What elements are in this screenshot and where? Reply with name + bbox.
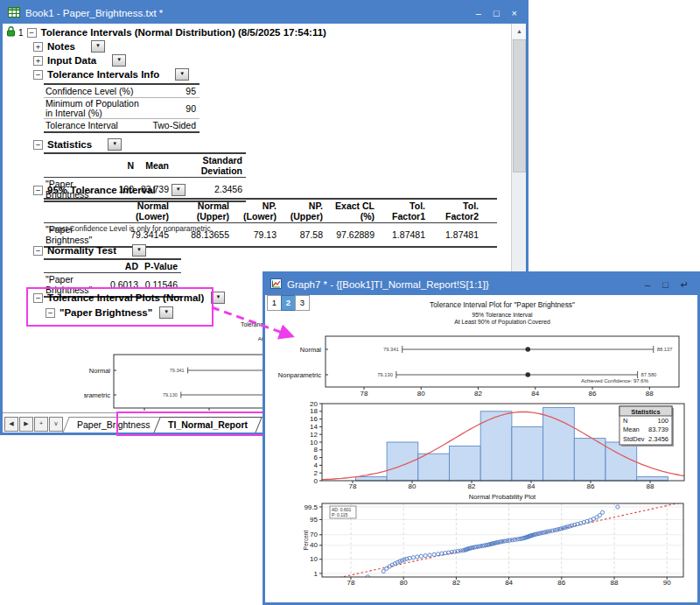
svg-text:87.580: 87.580 <box>641 372 657 377</box>
svg-text:82: 82 <box>452 579 460 587</box>
svg-text:99.5: 99.5 <box>304 503 318 511</box>
ti-header: Exact CL (%) <box>326 199 378 223</box>
info-row-name: Tolerance Interval <box>44 119 147 133</box>
report-index: 1 <box>18 28 24 38</box>
page-tab-1[interactable]: 1 <box>267 295 282 311</box>
scrollbar-thumb[interactable] <box>513 39 526 172</box>
normality-test-label: Normality Test <box>47 245 116 256</box>
notes-dropdown-icon[interactable]: ▼ <box>91 40 105 53</box>
svg-text:40: 40 <box>310 541 318 549</box>
svg-text:12: 12 <box>310 431 318 439</box>
svg-text:Normal: Normal <box>300 346 322 354</box>
tab-scroll-right-icon[interactable]: ▶ <box>19 417 33 432</box>
svg-text:Nonparametric: Nonparametric <box>278 371 321 379</box>
restore-icon[interactable]: ↵ <box>681 280 689 290</box>
svg-text:Statistics: Statistics <box>631 408 660 416</box>
minimize-icon[interactable]: – <box>645 280 650 290</box>
graph7-window-title: Graph7 * - {[Book1]TI_Normal_Report!S[1:… <box>287 279 645 290</box>
tab-list-icon[interactable]: v <box>49 417 63 432</box>
collapse-icon[interactable]: − <box>33 246 43 256</box>
svg-text:Mean: Mean <box>623 426 640 433</box>
svg-text:86: 86 <box>589 390 597 397</box>
svg-text:86: 86 <box>587 482 595 490</box>
svg-text:10: 10 <box>310 439 318 447</box>
ti-header: Tol. Factor1 <box>378 199 429 223</box>
svg-text:88: 88 <box>611 579 619 587</box>
ti-value: 87.58 <box>280 223 326 248</box>
graph-icon <box>270 277 282 292</box>
svg-text:1: 1 <box>314 570 318 578</box>
collapse-icon[interactable]: − <box>33 70 43 80</box>
ti-value: 79.13 <box>233 223 280 248</box>
input-data-label: Input Data <box>47 55 96 66</box>
svg-text:79.341: 79.341 <box>170 368 185 373</box>
statistics-dropdown-icon[interactable]: ▼ <box>108 138 122 151</box>
ti-header: Normal (Lower) <box>105 199 172 223</box>
svg-text:84: 84 <box>505 579 513 587</box>
svg-text:80: 80 <box>409 482 416 490</box>
svg-text:80: 80 <box>400 579 408 587</box>
svg-text:0: 0 <box>314 477 318 485</box>
svg-text:78: 78 <box>360 390 368 397</box>
tolerance-interval-label: 95% Tolerance Interval <box>47 185 156 195</box>
ti-header: NP. (Upper) <box>280 199 326 223</box>
svg-text:Normal: Normal <box>89 367 111 375</box>
minimize-icon[interactable]: – <box>476 9 481 18</box>
graph7-page-tabs: 1 2 3 <box>267 295 309 311</box>
svg-text:79.130: 79.130 <box>377 372 393 377</box>
close-icon[interactable]: × <box>512 9 517 18</box>
ti-info-dropdown-icon[interactable]: ▼ <box>175 68 189 81</box>
stats-header: Standard Deviation <box>172 153 246 178</box>
book1-titlebar[interactable]: Book1 - Paper_Brightness.txt * – □ × <box>3 3 526 24</box>
book1-window-title: Book1 - Paper_Brightness.txt * <box>25 8 476 18</box>
svg-text:79.341: 79.341 <box>383 347 399 352</box>
maximize-icon[interactable]: □ <box>662 280 668 290</box>
expand-icon[interactable]: + <box>33 56 43 66</box>
info-row-value: 90 <box>147 98 200 119</box>
normality-dropdown-icon[interactable]: ▼ <box>132 244 146 257</box>
stats-header: Mean <box>137 153 172 178</box>
svg-text:Nonparametric: Nonparametric <box>84 391 110 399</box>
report-root-row: 1 − Tolerance Intervals (Normal Distribu… <box>6 26 326 39</box>
collapse-icon[interactable]: − <box>33 186 43 195</box>
tab-add-icon[interactable]: + <box>34 417 48 432</box>
section-statistics: − Statistics ▼ <box>33 138 122 151</box>
svg-text:86: 86 <box>557 579 565 587</box>
page-tab-3[interactable]: 3 <box>295 295 310 311</box>
ti-header: Normal (Upper) <box>172 199 233 223</box>
normality-header: AD <box>105 259 142 273</box>
svg-text:2: 2 <box>314 469 318 477</box>
svg-text:Percent: Percent <box>303 531 309 551</box>
svg-text:10: 10 <box>310 555 318 563</box>
svg-text:4: 4 <box>314 461 318 469</box>
input-data-dropdown-icon[interactable]: ▼ <box>112 54 126 67</box>
svg-text:8: 8 <box>314 446 318 454</box>
page-tab-2[interactable]: 2 <box>281 295 296 311</box>
svg-text:20: 20 <box>310 400 318 408</box>
notes-label: Notes <box>47 41 75 52</box>
graph7-titlebar[interactable]: Graph7 * - {[Book1]TI_Normal_Report!S[1:… <box>265 274 697 295</box>
svg-text:95% Tolerance Interval: 95% Tolerance Interval <box>472 312 533 318</box>
svg-text:79.130: 79.130 <box>163 392 178 397</box>
ti-header: NP. (Lower) <box>233 199 280 223</box>
ti-info-table: Confidence Level (%)95 Minimum of Popula… <box>44 83 200 133</box>
collapse-icon[interactable]: − <box>33 140 43 150</box>
svg-text:N: N <box>623 417 627 425</box>
svg-text:80: 80 <box>417 390 425 397</box>
section-tolerance-interval: − 95% Tolerance Interval ▼ <box>33 184 186 196</box>
collapse-icon[interactable]: − <box>27 28 37 38</box>
svg-text:82: 82 <box>468 482 476 490</box>
section-input-data: + Input Data ▼ <box>33 54 126 67</box>
normality-header: P-Value <box>142 259 181 273</box>
desktop: Book1 - Paper_Brightness.txt * – □ × 1 −… <box>0 0 700 605</box>
tab-scroll-left-icon[interactable]: ◀ <box>4 417 18 432</box>
svg-text:90: 90 <box>663 579 671 587</box>
tolerance-interval-dropdown-icon[interactable]: ▼ <box>172 184 186 196</box>
expand-icon[interactable]: + <box>33 42 43 52</box>
ti-value: 1.87481 <box>429 223 497 248</box>
maximize-icon[interactable]: □ <box>494 9 500 18</box>
ti-info-label: Tolerance Intervals Info <box>47 69 159 80</box>
svg-text:88: 88 <box>646 390 654 397</box>
scroll-up-icon[interactable]: ▲ <box>512 24 527 39</box>
ti-value: 1.87481 <box>378 223 429 248</box>
